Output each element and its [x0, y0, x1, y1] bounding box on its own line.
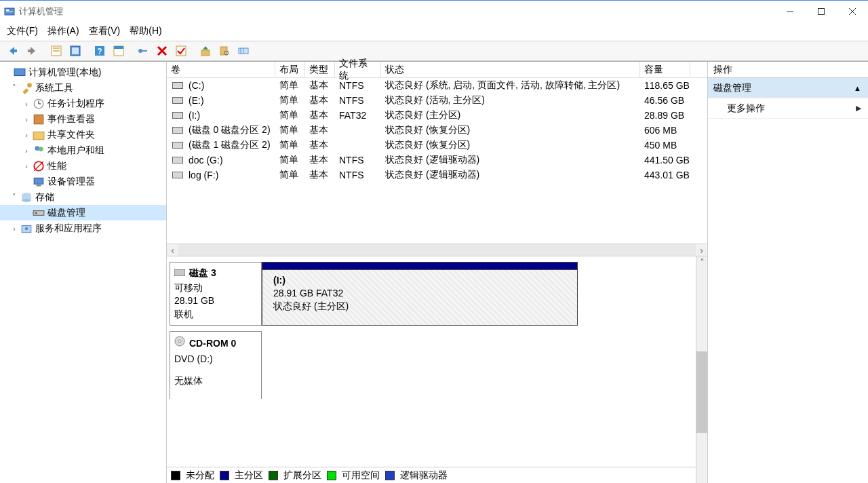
disk-icon	[33, 207, 45, 219]
actions-more[interactable]: 更多操作 ▶	[708, 98, 868, 119]
col-fs[interactable]: 文件系统	[335, 62, 381, 77]
volume-list[interactable]: 卷 布局 类型 文件系统 状态 容量 (C:)简单基本NTFS状态良好 (系统,…	[167, 62, 707, 256]
col-name[interactable]: 卷	[167, 62, 275, 77]
volume-row[interactable]: log (F:)简单基本NTFS状态良好 (逻辑驱动器)443.01 GB	[167, 168, 707, 182]
disk-partition-graphic[interactable]: (I:) 28.91 GB FAT32 状态良好 (主分区)	[262, 262, 578, 326]
volume-row[interactable]: doc (G:)简单基本NTFS状态良好 (逻辑驱动器)441.50 GB	[167, 153, 707, 168]
menu-view[interactable]: 查看(V)	[89, 25, 121, 37]
tree-shared-folders[interactable]: › 共享文件夹	[0, 127, 166, 142]
expand-icon[interactable]: ›	[22, 147, 31, 155]
performance-icon	[33, 160, 45, 172]
disk-row[interactable]: 磁盘 3 可移动 28.91 GB 联机 (I:) 28.91 GB FAT32…	[170, 262, 705, 326]
horizontal-scrollbar[interactable]: ‹ ›	[167, 244, 707, 256]
volume-row[interactable]: (I:)简单基本FAT32状态良好 (主分区)28.89 GB	[167, 108, 707, 123]
check-icon[interactable]	[172, 43, 190, 59]
drive-icon	[172, 157, 183, 163]
forward-button[interactable]	[23, 43, 41, 59]
tree-device-manager[interactable]: 设备管理器	[0, 174, 166, 189]
help-icon[interactable]: ?	[91, 43, 108, 59]
col-status[interactable]: 状态	[381, 62, 640, 77]
back-button[interactable]	[4, 43, 22, 59]
drive-icon	[172, 97, 183, 104]
svg-point-36	[35, 146, 39, 151]
actions-disk-management[interactable]: 磁盘管理 ▲	[708, 78, 868, 98]
navigation-tree[interactable]: 计算机管理(本地) ˅ 系统工具 › 任务计划程序 › 事件查看器 › 共享文件…	[0, 62, 167, 483]
disk-drive-icon	[174, 267, 185, 280]
drive-icon	[172, 172, 183, 178]
drive-icon	[172, 127, 183, 134]
col-layout[interactable]: 布局	[275, 62, 305, 77]
up-icon[interactable]	[197, 43, 214, 59]
col-type[interactable]: 类型	[305, 62, 335, 77]
volume-row[interactable]: (E:)简单基本NTFS状态良好 (活动, 主分区)46.56 GB	[167, 93, 707, 108]
titlebar: 计算机管理	[0, 0, 868, 22]
refresh-list-icon[interactable]	[110, 43, 127, 59]
tree-local-users[interactable]: › 本地用户和组	[0, 142, 166, 158]
action-icon[interactable]	[134, 43, 152, 59]
tree-performance[interactable]: › 性能	[0, 158, 166, 174]
scroll-up-icon[interactable]: ˄	[696, 256, 707, 268]
svg-rect-34	[34, 115, 43, 124]
col-cap[interactable]: 容量	[640, 62, 690, 77]
svg-rect-13	[72, 47, 79, 54]
disk-graphical-view[interactable]: ˄ 磁盘 3 可移动 28.91 GB 联机 (I:)	[167, 256, 707, 483]
scroll-left-icon[interactable]: ‹	[167, 244, 178, 256]
scroll-track[interactable]	[178, 244, 696, 256]
services-icon	[20, 223, 33, 235]
expand-icon[interactable]: ›	[9, 225, 19, 233]
expand-icon[interactable]: ›	[22, 115, 31, 123]
menu-action[interactable]: 操作(A)	[47, 25, 79, 37]
tree-system-tools[interactable]: ˅ 系统工具	[0, 80, 166, 96]
tree-services-apps[interactable]: › 服务和应用程序	[0, 220, 166, 236]
window-title: 计算机管理	[19, 5, 774, 18]
settings-icon[interactable]	[235, 43, 252, 59]
svg-rect-2	[6, 12, 13, 12]
svg-rect-8	[28, 50, 31, 52]
tree-root[interactable]: 计算机管理(本地)	[0, 64, 166, 80]
scroll-thumb[interactable]	[696, 351, 707, 433]
close-button[interactable]	[837, 1, 868, 22]
svg-rect-17	[114, 46, 123, 49]
collapse-icon[interactable]: ˅	[9, 193, 19, 201]
cdrom-meta[interactable]: CD-ROM 0 DVD (D:) 无媒体	[170, 331, 262, 399]
delete-icon[interactable]	[153, 43, 171, 59]
volume-header[interactable]: 卷 布局 类型 文件系统 状态 容量	[167, 62, 707, 78]
event-icon	[33, 113, 45, 125]
tree-event-viewer[interactable]: › 事件查看器	[0, 111, 166, 127]
volume-row[interactable]: (磁盘 0 磁盘分区 2)简单基本状态良好 (恢复分区)606 MB	[167, 123, 707, 138]
expand-icon[interactable]: ›	[22, 162, 31, 170]
collapse-icon[interactable]: ˅	[9, 83, 19, 92]
show-hide-tree-icon[interactable]	[47, 43, 65, 59]
volume-row[interactable]: (磁盘 1 磁盘分区 2)简单基本状态良好 (恢复分区)450 MB	[167, 138, 707, 153]
svg-point-51	[178, 340, 181, 343]
collapse-icon[interactable]: ▲	[854, 84, 861, 92]
tree-storage[interactable]: ˅ 存储	[0, 189, 166, 205]
svg-point-19	[138, 49, 142, 53]
vertical-scrollbar[interactable]: ˄	[696, 256, 707, 483]
center-pane: 卷 布局 类型 文件系统 状态 容量 (C:)简单基本NTFS状态良好 (系统,…	[167, 62, 708, 483]
computer-icon	[14, 66, 26, 79]
svg-rect-49	[174, 269, 185, 276]
partition-color-bar	[262, 262, 578, 270]
drive-icon	[172, 142, 183, 149]
actions-header: 操作	[708, 62, 868, 78]
disk-meta[interactable]: 磁盘 3 可移动 28.91 GB 联机	[170, 262, 262, 326]
scroll-right-icon[interactable]: ›	[696, 244, 707, 256]
tree-task-scheduler[interactable]: › 任务计划程序	[0, 96, 166, 111]
menu-file[interactable]: 文件(F)	[7, 25, 38, 37]
expand-icon[interactable]: ›	[22, 100, 31, 108]
svg-text:?: ?	[97, 47, 102, 56]
tree-disk-management[interactable]: 磁盘管理	[0, 205, 166, 220]
device-icon	[33, 176, 45, 188]
svg-point-44	[22, 199, 31, 202]
storage-icon	[20, 191, 33, 204]
partition-block[interactable]: (I:) 28.91 GB FAT32 状态良好 (主分区)	[262, 270, 578, 326]
cdrom-row[interactable]: CD-ROM 0 DVD (D:) 无媒体	[170, 331, 705, 399]
menu-help[interactable]: 帮助(H)	[130, 25, 161, 37]
minimize-button[interactable]	[774, 1, 806, 22]
volume-row[interactable]: (C:)简单基本NTFS状态良好 (系统, 启动, 页面文件, 活动, 故障转储…	[167, 78, 707, 93]
maximize-button[interactable]	[806, 1, 837, 22]
search-icon[interactable]	[216, 43, 233, 59]
properties-icon[interactable]	[66, 43, 84, 59]
expand-icon[interactable]: ›	[22, 131, 31, 139]
